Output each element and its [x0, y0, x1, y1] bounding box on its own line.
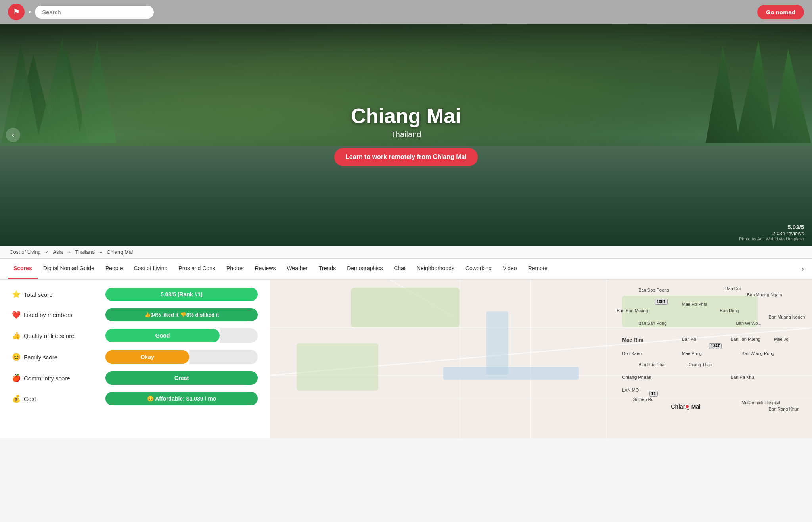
map-label-bansanmuang: Ban San Muang — [617, 308, 648, 313]
quality-bar-wrap: Good — [105, 328, 258, 343]
map-label-bandong: Ban Dong — [720, 308, 739, 313]
hero-rating: 5.03/5 2,034 reviews Photo by Adli Wahid… — [739, 224, 804, 241]
map-label-maerim: Mae Rim — [622, 337, 643, 343]
hero-country: Thailand — [334, 130, 478, 139]
tab-digital-nomad-guide[interactable]: Digital Nomad Guide — [38, 259, 100, 279]
map-panel[interactable]: Ban Sop Poeng Ban Doi Ban Muang Ngam Mae… — [270, 280, 812, 438]
map-label-banwi: Ban Wi Wo... — [736, 321, 761, 326]
score-label-family: 😊 Family score — [12, 353, 99, 361]
tab-people[interactable]: People — [100, 259, 128, 279]
liked-bar: 👍94% liked it 👎6% disliked it — [105, 308, 258, 321]
total-score-bar: 5.03/5 (Rank #1) — [105, 288, 258, 301]
map-label-banpakhu: Ban Pa Khu — [731, 375, 754, 380]
community-label: Community score — [24, 375, 70, 382]
tab-reviews[interactable]: Reviews — [249, 259, 282, 279]
logo-icon: ⚑ — [13, 8, 19, 16]
tab-coworking[interactable]: Coworking — [460, 259, 497, 279]
score-row-quality: 👍 Quality of life score Good — [12, 328, 258, 343]
dropdown-arrow[interactable]: ▾ — [29, 9, 31, 15]
hero-section: ‹ Chiang Mai Thailand Learn to work remo… — [0, 24, 812, 246]
map-label-mccormick: McCormick Hospital — [741, 400, 780, 405]
family-bar: Okay — [105, 350, 189, 364]
score-row-family: 😊 Family score Okay — [12, 350, 258, 364]
tab-chat[interactable]: Chat — [388, 259, 411, 279]
tab-scores[interactable]: Scores — [8, 259, 38, 279]
map-road-badge-11: 11 — [649, 391, 658, 397]
breadcrumb-sep: » — [100, 249, 104, 255]
tab-cost-of-living[interactable]: Cost of Living — [128, 259, 173, 279]
score-row-liked: ❤️ Liked by members 👍94% liked it 👎6% di… — [12, 308, 258, 321]
breadcrumb-item[interactable]: Thailand — [75, 249, 95, 255]
tab-demographics[interactable]: Demographics — [341, 259, 388, 279]
hero-rating-score: 5.03/5 — [739, 224, 804, 230]
map-green-3 — [297, 343, 378, 391]
hero-content: Chiang Mai Thailand Learn to work remote… — [334, 104, 478, 166]
nav-tabs-scroll-arrow[interactable]: › — [802, 265, 804, 273]
nav-tabs: Scores Digital Nomad Guide People Cost o… — [0, 259, 812, 280]
search-input[interactable] — [35, 6, 154, 19]
go-nomad-button[interactable]: Go nomad — [757, 5, 804, 19]
hero-cta-button[interactable]: Learn to work remotely from Chiang Mai — [334, 148, 478, 166]
map-label-banmuangngoen: Ban Muang Ngoen — [769, 315, 805, 319]
map-label-sutheprd: Suthep Rd — [633, 397, 654, 402]
map-water-1 — [443, 367, 579, 380]
map-label-maehoprha: Mae Ho Phra — [682, 302, 708, 307]
header: ⚑ ▾ Go nomad — [0, 0, 812, 24]
logo-button[interactable]: ⚑ — [8, 4, 25, 20]
tab-trends[interactable]: Trends — [313, 259, 341, 279]
map-road-h2 — [270, 327, 812, 328]
map-location-pin — [685, 404, 689, 409]
hero-prev-button[interactable]: ‹ — [6, 128, 20, 142]
liked-label: Liked by members — [24, 311, 73, 318]
family-label: Family score — [24, 354, 57, 361]
map-label-banmuangngam: Ban Muang Ngam — [747, 292, 782, 297]
map-container[interactable]: Ban Sop Poeng Ban Doi Ban Muang Ngam Mae… — [270, 280, 812, 438]
map-green-1 — [351, 288, 460, 327]
total-score-icon: ⭐ — [12, 290, 21, 299]
breadcrumb-sep: » — [67, 249, 72, 255]
community-bar: Great — [105, 371, 258, 385]
map-road-badge-1081: 1081 — [655, 299, 667, 305]
liked-bar-wrap: 👍94% liked it 👎6% disliked it — [105, 308, 258, 321]
score-row-community: 🍎 Community score Great — [12, 371, 258, 385]
map-label-lanmo: LAN MO — [622, 388, 639, 392]
score-label-liked: ❤️ Liked by members — [12, 311, 99, 319]
breadcrumb: Cost of Living » Asia » Thailand » Chian… — [0, 246, 812, 259]
map-label-maepong: Mae Pong — [682, 351, 702, 356]
hero-photo-credit: Photo by Adli Wahid via Unsplash — [739, 236, 804, 241]
community-icon: 🍎 — [12, 374, 21, 382]
tab-remote[interactable]: Remote — [523, 259, 553, 279]
breadcrumb-item[interactable]: Asia — [53, 249, 63, 255]
tab-photos[interactable]: Photos — [221, 259, 249, 279]
tab-video[interactable]: Video — [497, 259, 523, 279]
map-label-banrongkhun: Ban Rong Khun — [769, 407, 800, 411]
breadcrumb-item[interactable]: Cost of Living — [10, 249, 41, 255]
map-label-bansoppoeng: Ban Sop Poeng — [638, 288, 669, 292]
map-road-badge-1347: 1347 — [709, 343, 722, 349]
quality-bar: Good — [105, 329, 220, 342]
score-label-total: ⭐ Total score — [12, 290, 99, 299]
tab-pros-and-cons[interactable]: Pros and Cons — [173, 259, 221, 279]
score-label-community: 🍎 Community score — [12, 374, 99, 382]
map-road-vertical — [530, 280, 531, 438]
score-label-cost: 💰 Cost — [12, 394, 99, 403]
tab-neighborhoods[interactable]: Neighborhoods — [411, 259, 460, 279]
total-score-bar-wrap: 5.03/5 (Rank #1) — [105, 288, 258, 301]
hero-city-title: Chiang Mai — [334, 104, 478, 128]
map-road-h4 — [270, 399, 812, 399]
family-icon: 😊 — [12, 353, 21, 361]
main-content: ⭐ Total score 5.03/5 (Rank #1) ❤️ Liked … — [0, 280, 812, 438]
map-label-bansanpong: Ban San Pong — [638, 321, 666, 326]
map-road-v3 — [606, 280, 607, 438]
total-score-label: Total score — [24, 291, 53, 298]
hero-review-count: 2,034 reviews — [739, 230, 804, 236]
score-row-total: ⭐ Total score 5.03/5 (Rank #1) — [12, 288, 258, 301]
breadcrumb-sep: » — [45, 249, 50, 255]
tab-weather[interactable]: Weather — [281, 259, 313, 279]
cost-bar: 😊 Affordable: $1,039 / mo — [105, 392, 258, 405]
map-label-banwiangpong: Ban Wiang Pong — [741, 351, 774, 356]
score-row-cost: 💰 Cost 😊 Affordable: $1,039 / mo — [12, 392, 258, 405]
breadcrumb-item: Chiang Mai — [107, 249, 133, 255]
quality-icon: 👍 — [12, 331, 21, 340]
header-left: ⚑ ▾ — [8, 4, 154, 20]
